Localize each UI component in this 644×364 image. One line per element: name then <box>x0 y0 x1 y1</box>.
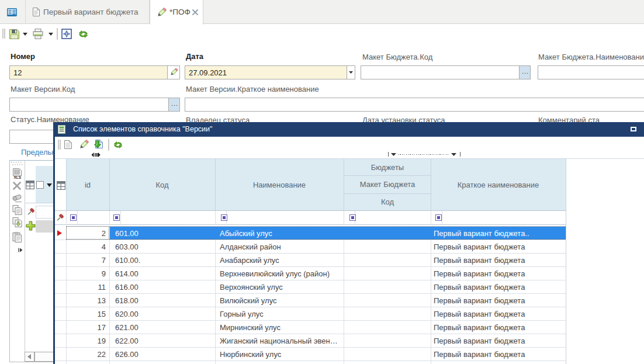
svg-text:XLS: XLS <box>14 175 22 179</box>
